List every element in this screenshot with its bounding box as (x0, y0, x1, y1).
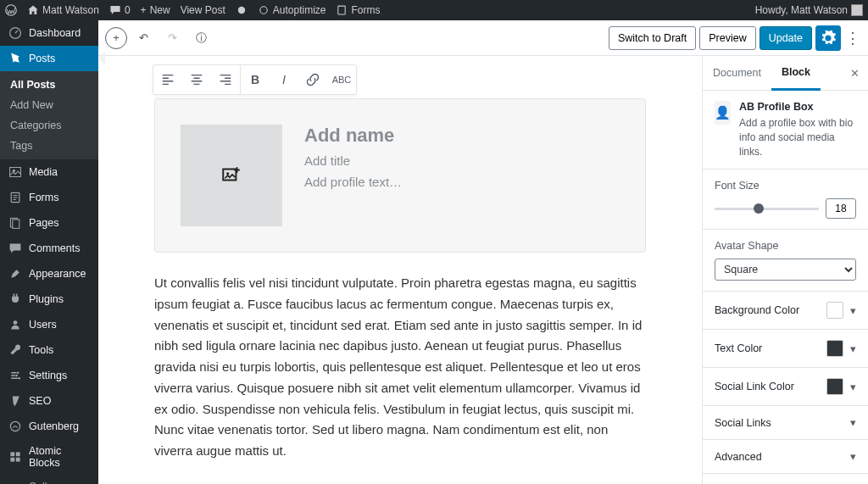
sidebar-item-appearance[interactable]: Appearance (0, 261, 98, 287)
new-content-link[interactable]: +New (141, 4, 170, 16)
site-title: Matt Watson (42, 4, 99, 16)
paragraph-block[interactable]: Nam commodo ullamcorper dictum. Donec ve… (154, 481, 646, 484)
svg-point-12 (19, 377, 20, 379)
svg-rect-15 (16, 452, 20, 456)
site-home-link[interactable]: Matt Watson (27, 4, 99, 16)
preview-button[interactable]: Preview (699, 26, 755, 50)
undo-button[interactable]: ↶ (131, 25, 156, 51)
avatar-icon (851, 4, 863, 16)
view-post-link[interactable]: View Post (181, 4, 225, 16)
settings-toggle-button[interactable] (815, 25, 841, 51)
italic-button[interactable]: I (270, 65, 298, 94)
submenu-tags[interactable]: Tags (0, 136, 98, 156)
svg-point-2 (260, 7, 267, 14)
block-toolbar: B I ABC (153, 64, 357, 95)
bold-button[interactable]: B (241, 65, 270, 94)
my-account[interactable]: Howdy, Matt Watson (755, 4, 863, 16)
social-color-swatch (826, 378, 843, 395)
svg-rect-14 (10, 452, 14, 456)
submenu-add-new[interactable]: Add New (0, 95, 98, 115)
svg-point-5 (13, 170, 15, 172)
avatar-upload[interactable] (181, 125, 282, 226)
sidebar-item-forms[interactable]: Forms (0, 185, 98, 210)
post-content[interactable]: Ut convallis felis vel nisi tincidunt vu… (154, 273, 646, 484)
svg-point-9 (14, 320, 18, 325)
align-left-button[interactable] (153, 65, 182, 94)
svg-point-10 (17, 372, 19, 374)
link-button[interactable] (298, 65, 327, 94)
bg-color-swatch (826, 302, 843, 319)
autoptimize-link[interactable]: Autoptimize (258, 4, 326, 16)
editor-canvas[interactable]: B I ABC Add name Add title (98, 56, 702, 484)
sidebar-item-plugins[interactable]: Plugins (0, 287, 98, 312)
posts-submenu: All Posts Add New Categories Tags (0, 71, 98, 159)
social-link-color-panel[interactable]: Social Link Color ▾ (703, 368, 868, 406)
update-button[interactable]: Update (760, 26, 812, 50)
sidebar-item-media[interactable]: Media (0, 159, 98, 185)
submenu-categories[interactable]: Categories (0, 115, 98, 136)
text-color-panel[interactable]: Text Color ▾ (703, 330, 868, 368)
more-options-button[interactable]: ⋮ (844, 29, 861, 47)
profile-title-input[interactable]: Add title (304, 153, 620, 168)
sidebar-item-tools[interactable]: Tools (0, 337, 98, 363)
tab-block[interactable]: Block (771, 56, 821, 91)
sidebar-item-dashboard[interactable]: Dashboard (0, 20, 98, 46)
svg-rect-8 (13, 220, 19, 228)
sidebar-item-users[interactable]: Users (0, 312, 98, 337)
paragraph-block[interactable]: Ut convallis felis vel nisi tincidunt vu… (154, 273, 646, 462)
sidebar-item-comments[interactable]: Comments (0, 236, 98, 261)
wp-logo[interactable] (5, 4, 17, 16)
font-size-slider[interactable] (715, 208, 819, 210)
collapse-menu[interactable]: Collapse menu (0, 475, 98, 484)
editor-header: + ↶ ↷ ⓘ Switch to Draft Preview Update ⋮ (98, 20, 868, 56)
chevron-down-icon: ▾ (850, 304, 856, 317)
image-upload-icon (220, 164, 242, 186)
font-size-control: Font Size (703, 170, 868, 230)
avatar-shape-control: Avatar Shape Square (703, 230, 868, 292)
content-info-button[interactable]: ⓘ (188, 25, 214, 51)
redo-button[interactable]: ↷ (159, 25, 185, 51)
add-block-button[interactable]: + (105, 27, 127, 49)
svg-rect-17 (16, 458, 20, 462)
text-color-swatch (826, 340, 843, 357)
chevron-down-icon: ▾ (850, 381, 856, 393)
profile-name-input[interactable]: Add name (304, 125, 620, 147)
sidebar-item-seo[interactable]: SEO (0, 388, 98, 414)
profile-block-icon: 👤 (715, 101, 731, 125)
admin-sidebar: Dashboard Posts All Posts Add New Catego… (0, 20, 98, 484)
plus-icon: + (141, 4, 147, 16)
svg-rect-3 (338, 6, 345, 14)
svg-point-1 (238, 7, 245, 14)
editor: + ↶ ↷ ⓘ Switch to Draft Preview Update ⋮ (98, 20, 868, 484)
svg-rect-16 (10, 458, 14, 462)
tab-document[interactable]: Document (703, 57, 771, 89)
block-description: 👤 AB Profile Box Add a profile box with … (703, 91, 868, 170)
chevron-down-icon: ▾ (850, 450, 856, 463)
close-settings-button[interactable]: ✕ (842, 67, 868, 80)
chevron-down-icon: ▾ (850, 416, 856, 429)
yoast-link[interactable] (236, 4, 248, 16)
sidebar-item-pages[interactable]: Pages (0, 210, 98, 236)
avatar-shape-select[interactable]: Square (715, 259, 856, 281)
font-size-input[interactable] (826, 198, 856, 219)
admin-bar: Matt Watson 0 +New View Post Autoptimize… (0, 0, 868, 20)
align-center-button[interactable] (182, 65, 211, 94)
profile-text-input[interactable]: Add profile text… (304, 175, 620, 189)
social-links-panel[interactable]: Social Links ▾ (703, 406, 868, 440)
strikethrough-button[interactable]: ABC (327, 65, 356, 94)
submenu-all-posts[interactable]: All Posts (0, 75, 98, 95)
sidebar-item-settings[interactable]: Settings (0, 363, 98, 388)
advanced-panel[interactable]: Advanced ▾ (703, 440, 868, 474)
forms-link[interactable]: Forms (336, 4, 380, 16)
switch-to-draft-button[interactable]: Switch to Draft (609, 26, 696, 50)
settings-panel: Document Block ✕ 👤 AB Profile Box Add a … (702, 56, 868, 484)
align-right-button[interactable] (211, 65, 240, 94)
comments-link[interactable]: 0 (109, 4, 131, 16)
background-color-panel[interactable]: Background Color ▾ (703, 292, 868, 330)
svg-point-11 (15, 375, 17, 376)
chevron-down-icon: ▾ (850, 342, 856, 355)
sidebar-item-posts[interactable]: Posts (0, 46, 98, 71)
sidebar-item-atomic-blocks[interactable]: Atomic Blocks (0, 439, 98, 475)
profile-block[interactable]: Add name Add title Add profile text… (154, 98, 646, 253)
sidebar-item-gutenberg[interactable]: Gutenberg (0, 414, 98, 439)
